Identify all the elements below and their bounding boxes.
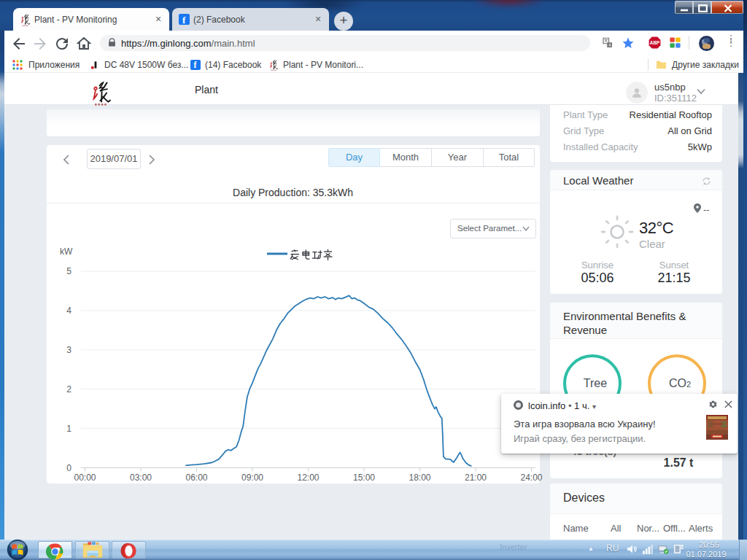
svg-text:5: 5 [66, 266, 71, 276]
svg-text:03:00: 03:00 [130, 472, 152, 483]
svg-text:18:00: 18:00 [409, 472, 430, 483]
svg-text:1: 1 [66, 424, 71, 434]
svg-text:24:00: 24:00 [520, 472, 542, 483]
svg-text:3: 3 [66, 345, 71, 355]
svg-text:ABP: ABP [650, 40, 659, 45]
svg-text:2: 2 [66, 384, 71, 394]
svg-text:kW: kW [60, 246, 73, 257]
svg-text:00:00: 00:00 [74, 472, 96, 483]
svg-text:09:00: 09:00 [241, 472, 263, 483]
svg-text:0: 0 [66, 463, 71, 473]
svg-text:21:00: 21:00 [465, 472, 487, 483]
svg-text:4: 4 [66, 306, 71, 316]
svg-text:15:00: 15:00 [353, 472, 375, 483]
svg-text:12:00: 12:00 [297, 472, 319, 483]
svg-text:06:00: 06:00 [185, 472, 207, 483]
